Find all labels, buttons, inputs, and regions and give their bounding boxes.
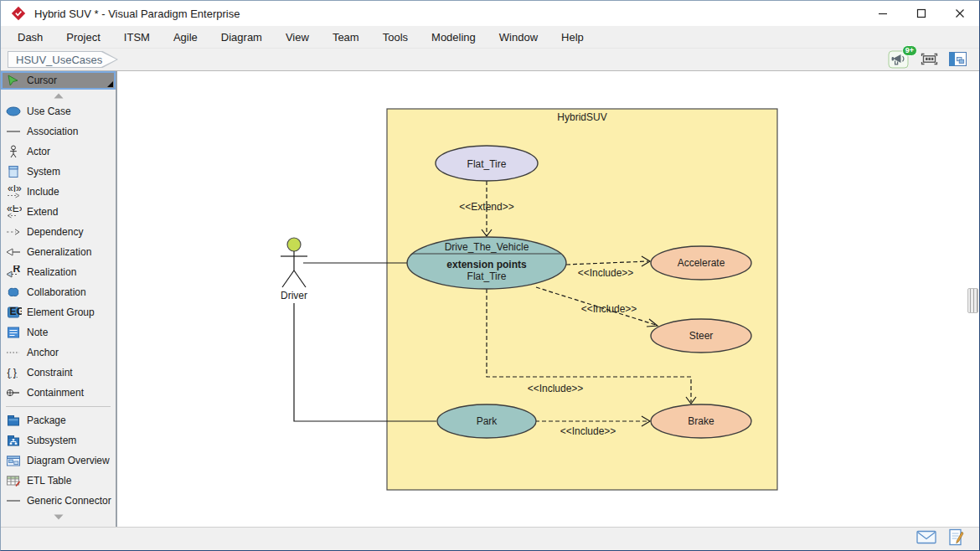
realization-icon: R <box>5 265 22 279</box>
generic-connector-icon <box>5 494 22 507</box>
include-label: <<Include>> <box>528 383 584 394</box>
right-panel-grip[interactable] <box>967 288 978 313</box>
sidebar-item-label: Generic Connector <box>27 495 111 507</box>
sidebar-item-label: Package <box>27 415 66 426</box>
use-case-label: Accelerate <box>678 257 725 269</box>
sidebar-item-association[interactable]: Association <box>1 121 116 142</box>
minimize-button[interactable] <box>864 1 902 26</box>
use-case-label: Drive_The_Vehicle <box>445 241 529 253</box>
menu-item-window[interactable]: Window <box>487 27 549 48</box>
sidebar-item-extend[interactable]: «E»Extend <box>1 202 116 222</box>
sidebar-item-label: Diagram Overview <box>27 455 110 466</box>
sidebar-item-label: Actor <box>27 146 50 157</box>
svg-text:EG: EG <box>10 306 22 317</box>
include-label: <<Include>> <box>581 303 637 315</box>
use-case-drive-the-vehicle[interactable]: Drive_The_Vehicle extension points Flat_… <box>407 237 566 289</box>
sidebar-item-label: Containment <box>27 387 84 399</box>
sidebar-item-element-group[interactable]: EGElement Group <box>1 302 116 322</box>
sidebar-item-package[interactable]: Package <box>1 410 116 430</box>
use-case-diagram[interactable]: HybridSUV <<Extend>> <<Include>> <box>117 71 979 527</box>
use-case-label: Brake <box>688 415 714 427</box>
sidebar-scroll-up-button[interactable] <box>1 90 116 101</box>
association-icon <box>5 125 22 138</box>
sidebar-item-constraint[interactable]: { }Constraint <box>1 363 116 383</box>
menu-item-dash[interactable]: Dash <box>6 27 54 48</box>
subsystem-icon <box>5 434 22 447</box>
sidebar-item-etl-table[interactable]: ETL Table <box>1 471 116 491</box>
sidebar-item-generalization[interactable]: Generalization <box>1 242 116 262</box>
menu-item-agile[interactable]: Agile <box>162 27 209 48</box>
main-area: CursorUse CaseAssociationActorSystem«I»I… <box>1 70 979 527</box>
sidebar-item-realization[interactable]: RRealization <box>1 262 116 282</box>
edit-document-button[interactable] <box>948 528 964 549</box>
sidebar-item-label: Association <box>27 126 78 137</box>
sidebar-item-label: Cursor <box>27 75 57 86</box>
svg-text:R: R <box>13 265 21 275</box>
sidebar-item-include[interactable]: «I»Include <box>1 182 116 202</box>
diagram-canvas-area[interactable]: HybridSUV <<Extend>> <<Include>> <box>116 71 979 527</box>
title-bar: Hybrid SUV * - Visual Paradigm Enterpris… <box>1 1 979 26</box>
notifications-button[interactable]: 9+ <box>888 49 910 69</box>
sidebar-item-label: Realization <box>27 266 76 278</box>
sidebar-item-diagram-overview[interactable]: Diagram Overview <box>1 451 116 471</box>
marquee-frame-icon <box>919 51 940 67</box>
cursor-icon <box>5 74 22 87</box>
sidebar-item-label: Generalization <box>27 246 91 258</box>
use-case-park[interactable]: Park <box>437 404 536 438</box>
menu-item-help[interactable]: Help <box>549 27 596 48</box>
anchor-icon <box>5 346 22 359</box>
sidebar-item-dependency[interactable]: Dependency <box>1 222 116 242</box>
actor-driver[interactable]: Driver <box>281 238 307 301</box>
include-label: <<Include>> <box>578 267 634 279</box>
extension-point-name: Flat_Tire <box>467 270 507 282</box>
sidebar-item-use-case[interactable]: Use Case <box>1 101 116 121</box>
menu-item-team[interactable]: Team <box>321 27 371 48</box>
messages-button[interactable] <box>916 530 936 548</box>
toolbar-icons: 9+ <box>888 49 967 69</box>
sidebar-item-actor[interactable]: Actor <box>1 142 116 162</box>
sidebar-item-containment[interactable]: Containment <box>1 383 116 403</box>
sidebar-item-anchor[interactable]: Anchor <box>1 342 116 363</box>
sidebar-item-label: Subsystem <box>27 435 76 446</box>
breadcrumb[interactable]: HSUV_UseCases <box>8 51 118 68</box>
sidebar-item-collaboration[interactable]: Collaboration <box>1 282 116 302</box>
system-icon <box>5 165 22 178</box>
etl-table-icon <box>5 474 22 487</box>
sidebar-item-label: Anchor <box>27 347 59 358</box>
use-case-label: Steer <box>689 330 714 342</box>
collaboration-icon <box>5 286 22 299</box>
use-case-steer[interactable]: Steer <box>651 319 751 353</box>
menu-item-tools[interactable]: Tools <box>371 27 420 48</box>
menu-item-view[interactable]: View <box>274 27 321 48</box>
svg-text:«E»: «E» <box>7 205 22 214</box>
menu-item-project[interactable]: Project <box>54 27 111 48</box>
use-case-label: Park <box>477 415 498 427</box>
show-hide-toolbar-button[interactable] <box>919 51 940 67</box>
element-group-icon: EG <box>5 306 22 319</box>
generalization-icon <box>5 245 22 259</box>
use-case-brake[interactable]: Brake <box>651 404 751 438</box>
sidebar-item-generic-connector[interactable]: Generic Connector <box>1 491 116 511</box>
panel-layout-button[interactable] <box>948 51 967 67</box>
sidebar-item-label: System <box>27 166 60 178</box>
maximize-button[interactable] <box>902 1 941 26</box>
sidebar-item-system[interactable]: System <box>1 162 116 182</box>
constraint-icon: { } <box>5 366 22 379</box>
document-pencil-icon <box>948 528 964 546</box>
menu-item-itsm[interactable]: ITSM <box>112 27 162 48</box>
sidebar-item-note[interactable]: Note <box>1 322 116 342</box>
menu-item-modeling[interactable]: Modeling <box>420 27 487 48</box>
svg-text:«I»: «I» <box>8 185 22 194</box>
sidebar-item-subsystem[interactable]: Subsystem <box>1 430 116 451</box>
use-case-icon <box>5 105 22 118</box>
sidebar-item-label: Use Case <box>27 106 71 117</box>
use-case-accelerate[interactable]: Accelerate <box>651 246 751 280</box>
use-case-flat-tire[interactable]: Flat_Tire <box>436 146 538 181</box>
extend-icon: «E» <box>5 205 22 219</box>
sidebar-scroll-down-button[interactable] <box>1 511 116 523</box>
close-button[interactable] <box>941 1 979 26</box>
actor-icon <box>5 145 22 158</box>
sidebar-item-cursor[interactable]: Cursor <box>1 71 116 90</box>
extend-label: <<Extend>> <box>459 201 513 213</box>
menu-item-diagram[interactable]: Diagram <box>209 27 274 48</box>
